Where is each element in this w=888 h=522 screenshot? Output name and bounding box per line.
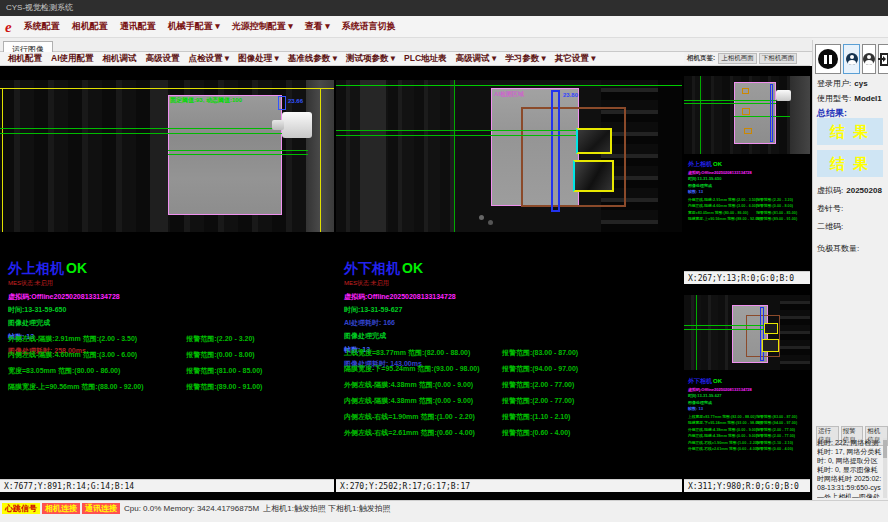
lower-thumb-image[interactable] bbox=[684, 295, 810, 370]
menu-item[interactable]: 通讯配置 bbox=[120, 20, 156, 33]
info-scrollbar-thumb[interactable] bbox=[883, 440, 887, 458]
menu-item[interactable]: 相机配置 bbox=[72, 20, 108, 33]
menu-item[interactable]: 光源控制配置 ▾ bbox=[232, 20, 293, 33]
toolbar-item[interactable]: 学习参数 ▾ bbox=[505, 53, 546, 65]
camera-tabs-label: 相机页签: bbox=[687, 54, 715, 63]
process-done: 图像处理完成 bbox=[688, 400, 810, 406]
virtual-code-value: 20250208 bbox=[846, 186, 882, 195]
frame-count: 帧数: 13 bbox=[688, 406, 810, 412]
upper-thumb-result-block: 外上相机OK 虚拟码:Offline20250208133134728 时间:1… bbox=[688, 160, 810, 223]
measure-row: 上线宽度=83.77mm 范围:(82.00 - 88.00)报警范围:(83.… bbox=[688, 414, 810, 419]
virtual-code-label: 虚拟码: bbox=[817, 186, 843, 195]
winding-pin-field: 卷针号: bbox=[817, 203, 886, 214]
menu-items: 系统配置相机配置通讯配置机械手配置 ▾光源控制配置 ▾查看 ▾系统语言切换 bbox=[24, 20, 396, 33]
measure-row: 外侧左线-隔膜:2.91mm 范围:(2.00 - 3.50)报警范围:(2.2… bbox=[688, 197, 810, 202]
result-ok: OK bbox=[402, 260, 423, 276]
run-info-text: 耗时: 222, 网络检测耗时: 17, 网络分类耗时: 0, 网络提取分区耗时… bbox=[817, 438, 883, 498]
capture-time: 时间:13-31-59-650 bbox=[8, 305, 332, 315]
measure-marker-box bbox=[760, 307, 764, 361]
process-done: 图像处理完成 bbox=[688, 183, 810, 189]
panel-upper-camera: 固定阈值:93, 动态阈值:100 23.66 外上相机OK MES状态:未启用… bbox=[0, 66, 334, 492]
measure-line bbox=[168, 154, 308, 155]
connector-part bbox=[776, 90, 791, 101]
measure-row: 内侧左线-右线=1.90mm 范围:(1.00 - 2.20)报警范围:(1.1… bbox=[344, 412, 680, 422]
toolbar-item[interactable]: 测试项参数 ▾ bbox=[346, 53, 395, 65]
pause-button[interactable] bbox=[815, 44, 841, 74]
measure-line bbox=[0, 128, 306, 129]
camera-title: 外下相机 bbox=[344, 260, 400, 276]
status-bar: 心跳信号相机连接通讯连接 Cpu: 0.0% Memory: 3424.4179… bbox=[0, 500, 888, 522]
yellow-guide-line-v-right bbox=[320, 88, 321, 232]
tab-count-field: 负极耳数量: bbox=[817, 243, 886, 254]
toolbar-item[interactable]: 高级设置 bbox=[146, 53, 180, 65]
tab-strip: 运行图像 bbox=[0, 38, 812, 52]
camera-title: 外上相机 bbox=[8, 260, 64, 276]
window-title: CYS-视觉检测系统 bbox=[6, 3, 73, 12]
measure-row: 外侧左线-右线=2.61mm 范围:(0.60 - 4.00)报警范围:(0.6… bbox=[688, 447, 810, 452]
camera-tab[interactable]: 上相机画面 bbox=[718, 53, 757, 64]
camera-tab[interactable]: 下相机画面 bbox=[759, 53, 798, 64]
model-row: 使用型号:Model1 bbox=[817, 93, 886, 104]
user-icon bbox=[846, 53, 858, 65]
measure-line bbox=[684, 100, 776, 101]
result-ok: OK bbox=[713, 378, 722, 385]
measure-row: 隔膜宽度-上=90.56mm 范围:(88.00 - 92.00)报警范围:(8… bbox=[8, 382, 332, 392]
menu-item[interactable]: 系统语言切换 bbox=[342, 20, 396, 33]
menu-item[interactable]: 查看 ▾ bbox=[305, 20, 330, 33]
measure-row: 隔膜宽度-下=95.24mm 范围:(93.00 - 98.00)报警范围:(9… bbox=[688, 421, 810, 426]
machine-dark-edge bbox=[658, 80, 682, 232]
login-user-button[interactable] bbox=[843, 44, 860, 74]
measure-row: 内侧左线-隔膜:4.60mm 范围:(3.00 - 6.00)报警范围:(0.0… bbox=[688, 204, 810, 209]
machine-band bbox=[150, 80, 168, 232]
operator-button[interactable] bbox=[862, 44, 876, 74]
ai-region-label: AI检测区域 bbox=[494, 90, 524, 99]
machine-rail bbox=[790, 76, 810, 154]
machine-slats bbox=[780, 295, 810, 370]
toolbar-item[interactable]: AI使用配置 bbox=[51, 53, 94, 65]
menu-item[interactable]: 机械手配置 ▾ bbox=[168, 20, 220, 33]
measure-value-label: 23.66 bbox=[288, 98, 303, 104]
toolbar-item[interactable]: 相机配置 bbox=[8, 53, 42, 65]
upper-thumb-image[interactable] bbox=[684, 76, 810, 154]
menu-item[interactable]: 系统配置 bbox=[24, 20, 60, 33]
thumb-panel-lower: 外下相机OK 虚拟码:Offline20250208133134728 时间:1… bbox=[684, 287, 810, 492]
login-user-label: 登录用户: bbox=[817, 79, 851, 88]
machine-band bbox=[336, 80, 456, 232]
status-badge: 相机连接 bbox=[42, 503, 80, 514]
green-guide-line-v bbox=[454, 80, 455, 232]
camera-title: 外下相机 bbox=[688, 378, 712, 385]
exit-button[interactable] bbox=[878, 44, 888, 74]
info-scrollbar[interactable] bbox=[883, 438, 887, 498]
result-ok: OK bbox=[66, 260, 87, 276]
virtual-barcode: 虚拟码:Offline20250208133134728 bbox=[688, 387, 810, 393]
toolbar-item[interactable]: 相机调试 bbox=[103, 53, 137, 65]
lower-measure-rows: 上线宽度=83.77mm 范围:(82.00 - 88.00)报警范围:(83.… bbox=[344, 348, 680, 444]
upper-thumb-coord-bar: X:267;Y:13;R:0;G:0;B:0 bbox=[684, 271, 810, 284]
toolbar-item[interactable]: 高级调试 ▾ bbox=[456, 53, 497, 65]
toolbar-item[interactable]: 点检设置 ▾ bbox=[189, 53, 230, 65]
operator-icon bbox=[863, 53, 875, 65]
measure-marker-box bbox=[551, 90, 560, 212]
camera-trigger-status: 上相机1:触发拍照 下相机1:触发拍照 bbox=[263, 503, 391, 514]
frame-count: 帧数: 13 bbox=[688, 189, 810, 195]
toolbar-item[interactable]: 基准线参数 ▾ bbox=[288, 53, 337, 65]
qr-code-label: 二维码: bbox=[817, 222, 843, 231]
thumb-panel-upper: 外上相机OK 虚拟码:Offline20250208133134728 时间:1… bbox=[684, 66, 810, 284]
toolbar-items: 相机配置AI使用配置相机调试高级设置点检设置 ▾图像处理 ▾基准线参数 ▾测试项… bbox=[8, 53, 595, 65]
cpu-memory-status: Cpu: 0.0% Memory: 3424.41796875M bbox=[124, 503, 259, 514]
status-badge: 通讯连接 bbox=[82, 503, 120, 514]
toolbar-item[interactable]: 其它设置 ▾ bbox=[555, 53, 596, 65]
measure-row: 外侧左线-隔膜:2.91mm 范围:(2.00 - 3.50)报警范围:(2.2… bbox=[8, 334, 332, 344]
toolbar-item[interactable]: PLC地址表 bbox=[404, 53, 447, 65]
main-view: 固定阈值:93, 动态阈值:100 23.66 外上相机OK MES状态:未启用… bbox=[0, 66, 812, 500]
screw-detail bbox=[479, 215, 484, 220]
upper-camera-image[interactable]: 固定阈值:93, 动态阈值:100 23.66 bbox=[0, 80, 334, 232]
lower-coord-bar: X:270;Y:2502;R:17;G:17;B:17 bbox=[336, 479, 682, 492]
roi-marker bbox=[742, 88, 749, 94]
measure-row: 外侧左线-右线=2.61mm 范围:(0.60 - 4.00)报警范围:(0.6… bbox=[344, 428, 680, 438]
lower-camera-image[interactable]: AI检测区域 23.80 bbox=[336, 80, 682, 232]
mes-status: MES状态:未启用 bbox=[8, 279, 332, 288]
model-value: Model1 bbox=[854, 94, 882, 103]
roi-marker bbox=[744, 128, 752, 134]
toolbar-item[interactable]: 图像处理 ▾ bbox=[238, 53, 279, 65]
